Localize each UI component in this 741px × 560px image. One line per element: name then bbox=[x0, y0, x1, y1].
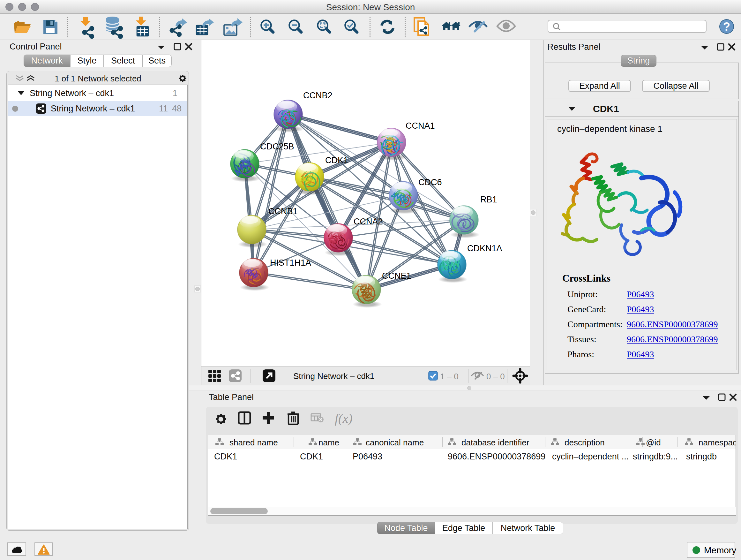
svg-text:?: ? bbox=[723, 20, 730, 33]
svg-text:HIST1H1A: HIST1H1A bbox=[270, 258, 311, 267]
svg-text:CCNB1: CCNB1 bbox=[268, 206, 298, 216]
svg-text:f(x): f(x) bbox=[335, 411, 353, 426]
svg-text:CDC25B: CDC25B bbox=[260, 142, 294, 151]
svg-text:CDK1: CDK1 bbox=[325, 155, 348, 165]
svg-text:CCNA2: CCNA2 bbox=[354, 217, 383, 226]
svg-text:CCNE1: CCNE1 bbox=[382, 271, 411, 281]
svg-text:CCNB2: CCNB2 bbox=[303, 91, 333, 100]
svg-text:CCNA1: CCNA1 bbox=[406, 121, 435, 131]
svg-text:RB1: RB1 bbox=[480, 195, 497, 204]
svg-text:CDKN1A: CDKN1A bbox=[467, 244, 502, 253]
svg-text:CDC6: CDC6 bbox=[418, 178, 442, 187]
